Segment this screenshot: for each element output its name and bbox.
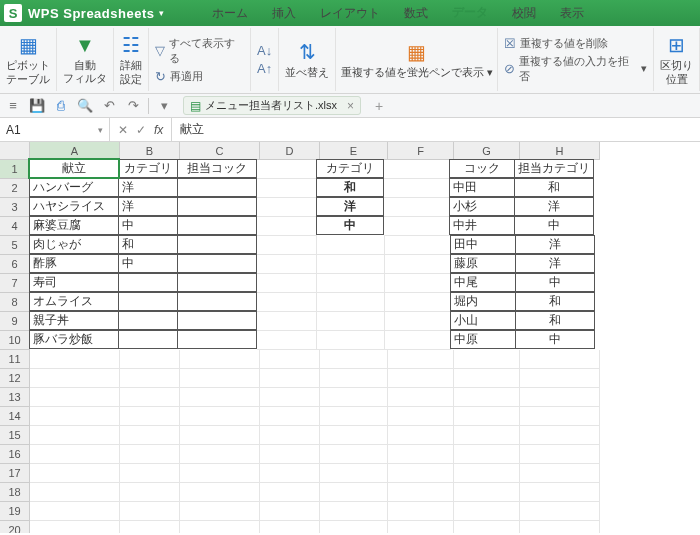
app-menu-caret[interactable]: ▾	[159, 8, 164, 18]
cell-A14[interactable]	[30, 407, 120, 426]
cell-H15[interactable]	[520, 426, 600, 445]
cell-D6[interactable]	[257, 255, 317, 274]
cell-C20[interactable]	[180, 521, 260, 533]
reapply-button[interactable]: ↻再適用	[155, 69, 244, 84]
reject-duplicates-button[interactable]: ⊘重複する値の入力を拒否 ▾	[504, 54, 647, 84]
cell-A7[interactable]: 寿司	[29, 273, 119, 292]
cell-C19[interactable]	[180, 502, 260, 521]
pivot-table-button[interactable]: ▦ ピボット テーブル	[0, 28, 57, 91]
tab-view[interactable]: 表示	[548, 0, 596, 26]
cell-G16[interactable]	[454, 445, 520, 464]
cell-B14[interactable]	[120, 407, 180, 426]
cell-A20[interactable]	[30, 521, 120, 533]
cell-G1[interactable]: コック	[449, 159, 515, 178]
cell-G3[interactable]: 小杉	[449, 197, 515, 216]
text-to-columns-button[interactable]: ⊞ 区切り 位置	[654, 28, 700, 91]
cell-B12[interactable]	[120, 369, 180, 388]
row-header-17[interactable]: 17	[0, 464, 30, 483]
cell-B19[interactable]	[120, 502, 180, 521]
tab-data[interactable]: データ	[440, 0, 500, 26]
col-header-E[interactable]: E	[320, 142, 388, 160]
cell-B5[interactable]: 和	[118, 235, 178, 254]
cancel-icon[interactable]: ✕	[118, 123, 128, 137]
namebox-dropdown-icon[interactable]: ▾	[98, 125, 103, 135]
sort-desc-button[interactable]: A↑	[257, 61, 272, 76]
cell-D19[interactable]	[260, 502, 320, 521]
save-icon[interactable]: 💾	[28, 97, 46, 115]
cell-B18[interactable]	[120, 483, 180, 502]
fx-icon[interactable]: fx	[154, 123, 163, 137]
cell-E8[interactable]	[317, 293, 385, 312]
cell-C13[interactable]	[180, 388, 260, 407]
tab-insert[interactable]: 挿入	[260, 0, 308, 26]
cell-B6[interactable]: 中	[118, 254, 178, 273]
cell-A13[interactable]	[30, 388, 120, 407]
cell-F6[interactable]	[385, 255, 451, 274]
cell-E5[interactable]	[317, 236, 385, 255]
row-header-15[interactable]: 15	[0, 426, 30, 445]
cell-A19[interactable]	[30, 502, 120, 521]
cell-H3[interactable]: 洋	[514, 197, 594, 216]
cell-B8[interactable]	[118, 292, 178, 311]
row-header-6[interactable]: 6	[0, 255, 30, 274]
cell-H11[interactable]	[520, 350, 600, 369]
cell-F17[interactable]	[388, 464, 454, 483]
col-header-F[interactable]: F	[388, 142, 454, 160]
cell-F19[interactable]	[388, 502, 454, 521]
cell-F1[interactable]	[384, 160, 450, 179]
cell-G7[interactable]: 中尾	[450, 273, 516, 292]
col-header-H[interactable]: H	[520, 142, 600, 160]
cell-F8[interactable]	[385, 293, 451, 312]
cell-E6[interactable]	[317, 255, 385, 274]
cell-A10[interactable]: 豚バラ炒飯	[29, 330, 119, 349]
cell-B13[interactable]	[120, 388, 180, 407]
cell-C18[interactable]	[180, 483, 260, 502]
cell-G18[interactable]	[454, 483, 520, 502]
row-header-20[interactable]: 20	[0, 521, 30, 533]
cell-G12[interactable]	[454, 369, 520, 388]
cell-E11[interactable]	[320, 350, 388, 369]
showall-button[interactable]: ▽すべて表示する	[155, 36, 244, 66]
sort-button[interactable]: ⇅ 並べ替え	[279, 28, 336, 91]
cell-D5[interactable]	[257, 236, 317, 255]
cell-A1[interactable]: 献立	[29, 159, 119, 178]
row-header-2[interactable]: 2	[0, 179, 30, 198]
cell-E9[interactable]	[317, 312, 385, 331]
qat-dropdown[interactable]: ▾	[155, 97, 173, 115]
menu-icon[interactable]: ≡	[4, 97, 22, 115]
cell-G11[interactable]	[454, 350, 520, 369]
tab-layout[interactable]: レイアウト	[308, 0, 392, 26]
cell-E17[interactable]	[320, 464, 388, 483]
cell-H5[interactable]: 洋	[515, 235, 595, 254]
cell-E15[interactable]	[320, 426, 388, 445]
cell-G5[interactable]: 田中	[450, 235, 516, 254]
cell-E7[interactable]	[317, 274, 385, 293]
cell-D8[interactable]	[257, 293, 317, 312]
cell-G8[interactable]: 堀内	[450, 292, 516, 311]
cell-G10[interactable]: 中原	[450, 330, 516, 349]
cell-A15[interactable]	[30, 426, 120, 445]
cell-B10[interactable]	[118, 330, 178, 349]
cell-B1[interactable]: カテゴリ	[118, 159, 178, 178]
cell-E13[interactable]	[320, 388, 388, 407]
cell-E1[interactable]: カテゴリ	[316, 159, 384, 178]
cell-C4[interactable]	[177, 216, 257, 235]
cell-A4[interactable]: 麻婆豆腐	[29, 216, 119, 235]
redo-icon[interactable]: ↷	[124, 97, 142, 115]
formula-input[interactable]: 献立	[172, 121, 700, 138]
cell-C17[interactable]	[180, 464, 260, 483]
cell-H1[interactable]: 担当カテゴリ	[514, 159, 594, 178]
cell-H13[interactable]	[520, 388, 600, 407]
cell-G6[interactable]: 藤原	[450, 254, 516, 273]
cell-H10[interactable]: 中	[515, 330, 595, 349]
cell-B15[interactable]	[120, 426, 180, 445]
cell-E16[interactable]	[320, 445, 388, 464]
undo-icon[interactable]: ↶	[100, 97, 118, 115]
cell-C6[interactable]	[177, 254, 257, 273]
cell-C3[interactable]	[177, 197, 257, 216]
row-header-12[interactable]: 12	[0, 369, 30, 388]
cell-B11[interactable]	[120, 350, 180, 369]
cell-H17[interactable]	[520, 464, 600, 483]
cell-A11[interactable]	[30, 350, 120, 369]
enter-icon[interactable]: ✓	[136, 123, 146, 137]
